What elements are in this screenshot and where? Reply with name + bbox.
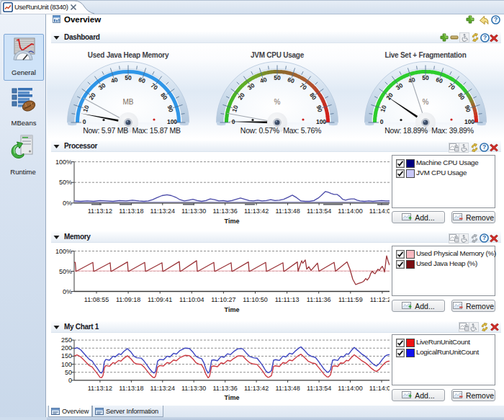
svg-text:11:10:04: 11:10:04 [179,296,204,303]
svg-text:11:10:50: 11:10:50 [243,296,267,303]
svg-text:?: ? [482,234,486,241]
svg-text:11:12:22: 11:12:22 [370,296,390,303]
svg-text:0: 0 [83,118,86,125]
svg-text:0%: 0% [63,200,72,207]
svg-text:11:13:18: 11:13:18 [119,207,143,215]
svg-text:11:11:13: 11:11:13 [275,296,300,303]
svg-text:11:13:48: 11:13:48 [275,207,300,215]
svg-text:100: 100 [61,361,72,368]
svg-text:11:13:48: 11:13:48 [275,385,300,392]
svg-text:%: % [274,98,281,106]
svg-text:11:13:30: 11:13:30 [181,385,206,392]
svg-text:100%: 100% [55,248,72,255]
svg-text:%: % [423,98,429,106]
svg-text:11:11:36: 11:11:36 [307,296,331,303]
svg-text:11:13:54: 11:13:54 [307,207,331,215]
svg-text:100: 100 [464,118,474,125]
svg-text:11:14:00: 11:14:00 [338,207,362,215]
svg-text:11:13:18: 11:13:18 [119,385,143,392]
svg-text:11:09:41: 11:09:41 [148,296,172,303]
svg-text:11:13:42: 11:13:42 [244,207,269,215]
svg-text:0%: 0% [63,288,72,295]
svg-text:11:13:12: 11:13:12 [88,207,112,215]
svg-text:50: 50 [422,74,429,81]
svg-text:50: 50 [274,74,281,81]
svg-text:Time: Time [225,306,240,313]
svg-text:11:13:24: 11:13:24 [150,385,175,392]
svg-text:0: 0 [232,118,235,125]
svg-text:11:09:18: 11:09:18 [116,296,140,303]
svg-text:50%: 50% [59,179,72,186]
svg-text:11:14:06: 11:14:06 [369,385,390,392]
svg-text:Time: Time [225,394,240,401]
svg-text:250: 250 [61,336,72,344]
svg-text:Time: Time [225,218,240,225]
svg-text:200: 200 [61,344,72,352]
svg-text:11:13:42: 11:13:42 [244,385,269,392]
svg-text:11:08:55: 11:08:55 [84,296,109,303]
svg-text:11:14:06: 11:14:06 [369,207,390,215]
svg-text:100: 100 [167,118,177,125]
svg-text:11:13:36: 11:13:36 [213,207,238,215]
svg-text:100%: 100% [55,158,72,166]
svg-text:?: ? [482,34,486,41]
svg-text:11:13:36: 11:13:36 [213,385,238,392]
svg-text:MB: MB [123,98,134,106]
svg-text:11:11:59: 11:11:59 [338,296,363,303]
svg-text:50%: 50% [59,268,72,275]
svg-text:11:13:24: 11:13:24 [150,207,175,215]
svg-text:0: 0 [380,118,384,125]
svg-text:11:13:54: 11:13:54 [307,385,331,392]
svg-text:100: 100 [316,118,326,125]
svg-text:11:13:12: 11:13:12 [88,385,112,392]
svg-text:11:13:30: 11:13:30 [181,207,206,215]
svg-text:?: ? [493,16,497,23]
svg-text:11:14:00: 11:14:00 [338,385,362,392]
svg-text:150: 150 [61,352,72,359]
svg-text:50: 50 [65,369,72,376]
svg-text:0: 0 [68,377,72,384]
svg-text:11:10:27: 11:10:27 [211,296,235,303]
svg-text:50: 50 [125,74,132,81]
svg-text:?: ? [482,143,486,151]
